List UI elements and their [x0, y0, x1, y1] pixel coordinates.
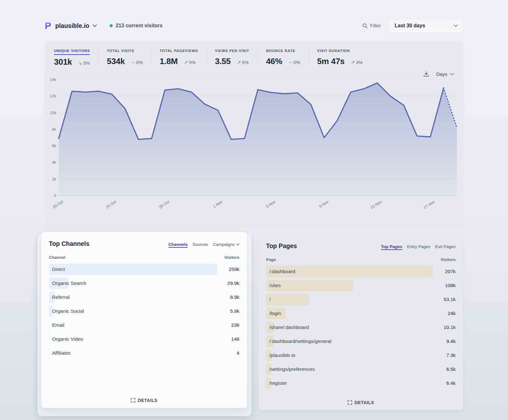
row-value: 108k	[445, 283, 456, 288]
trend-up-icon: ↗	[237, 60, 241, 65]
date-range-value: Last 30 days	[395, 23, 425, 29]
svg-text:5 Nov: 5 Nov	[265, 199, 277, 209]
date-range-select[interactable]: Last 30 days	[389, 19, 463, 33]
row-value: 53.1k	[444, 297, 456, 302]
export-button[interactable]	[423, 71, 429, 77]
filter-button[interactable]: Filter	[362, 23, 381, 29]
tab-channels[interactable]: Channels	[168, 242, 188, 247]
table-row[interactable]: Organic Social5.9k	[49, 304, 239, 318]
current-visitors[interactable]: 213 current visitors	[110, 23, 163, 29]
trend-up-icon: ↗	[184, 60, 188, 65]
table-row[interactable]: Organic Video148	[49, 332, 239, 346]
table-row[interactable]: Referral8.9k	[49, 290, 239, 304]
stat-bounce-rate[interactable]: BOUNCE RATE46%∼0%	[266, 48, 309, 66]
stat-value: 5m 47s	[317, 56, 345, 66]
tab-top-pages[interactable]: Top Pages	[381, 244, 402, 249]
row-label: /settings/preferences	[266, 366, 315, 372]
stat-total-visits[interactable]: TOTAL VISITS534k∼0%	[107, 48, 151, 66]
interval-select[interactable]: Days	[436, 71, 454, 77]
table-row[interactable]: /sites108k	[266, 279, 456, 292]
expand-icon	[131, 398, 135, 403]
table-row[interactable]: /53.1k	[266, 292, 456, 306]
site-switcher[interactable]: plausible.io	[55, 22, 97, 30]
stat-unique-visitors[interactable]: UNIQUE VISITORS301k↘5%	[54, 48, 98, 67]
tab-campaigns[interactable]: Campaigns	[213, 242, 239, 247]
table-row[interactable]: /:dashboard/settings/general9.4k	[266, 334, 456, 348]
row-label: Referral	[49, 294, 70, 300]
column-header-key: Page	[266, 257, 276, 262]
plausible-logo-icon: P	[45, 21, 51, 30]
table-row[interactable]: /:dashboard207k	[266, 265, 456, 279]
search-icon	[362, 23, 368, 29]
details-label: DETAILS	[355, 400, 374, 405]
table-row[interactable]: Direct259k	[49, 262, 239, 276]
row-label: /sites	[266, 283, 281, 288]
stat-change: ↗5%	[237, 60, 249, 65]
row-value: 9.4k	[446, 338, 456, 344]
stat-views-per-visit[interactable]: VIEWS PER VISIT3.55↗5%	[215, 48, 257, 66]
divider	[151, 48, 151, 65]
current-visitors-label: 213 current visitors	[116, 23, 163, 29]
table-row[interactable]: /plausible.io7.3k	[266, 348, 456, 362]
divider	[206, 48, 207, 65]
visitors-graph-card: UNIQUE VISITORS301k↘5%TOTAL VISITS534k∼0…	[45, 41, 463, 226]
divider	[98, 48, 98, 65]
chevron-down-icon	[454, 24, 458, 27]
row-value: 4	[237, 350, 239, 356]
tab-exit-pages[interactable]: Exit Pages	[435, 244, 456, 249]
stat-label: UNIQUE VISITORS	[54, 49, 90, 55]
chevron-down-icon	[236, 243, 239, 246]
table-row[interactable]: /settings/preferences6.5k	[266, 362, 456, 376]
stat-change: ∼0%	[131, 60, 143, 65]
row-label: Direct	[49, 266, 65, 272]
top-bar: P plausible.io 213 current visitors Filt…	[45, 18, 463, 33]
top-channels-panel: Top Channels ChannelsSourcesCampaigns Ch…	[41, 232, 247, 408]
table-row[interactable]: Organic Search29.9k	[49, 276, 239, 290]
column-header-value: Visitors	[441, 257, 456, 262]
row-label: /register	[266, 380, 287, 386]
row-value: 5.9k	[230, 308, 239, 314]
panel-title: Top Channels	[49, 240, 89, 247]
stat-total-pageviews[interactable]: TOTAL PAGEVIEWS1.8M↗5%	[160, 48, 206, 66]
trend-down-icon: ↘	[78, 60, 83, 66]
table-row[interactable]: Affiliates4	[49, 346, 239, 360]
table-row[interactable]: Email236	[49, 318, 239, 332]
svg-text:0: 0	[54, 194, 56, 198]
trend-flat-icon: ∼	[289, 60, 293, 65]
svg-text:17 Nov: 17 Nov	[423, 199, 436, 210]
tab-entry-pages[interactable]: Entry Pages	[407, 244, 431, 249]
table-row[interactable]: /share/:dashboard10.1k	[266, 320, 456, 334]
details-button[interactable]: DETAILS	[131, 398, 157, 403]
details-button[interactable]: DETAILS	[348, 400, 374, 405]
stat-value: 1.8M	[160, 56, 178, 66]
area-chart: 02k4k6k8k10k12k14k20 Oct24 Oct28 Oct1 No…	[49, 77, 459, 215]
row-label: Organic Video	[49, 336, 83, 342]
svg-text:4k: 4k	[52, 160, 57, 165]
column-header-value: Visitors	[224, 255, 239, 260]
stat-visit-duration[interactable]: VISIT DURATION5m 47s↗3%	[317, 48, 371, 66]
svg-text:24 Oct: 24 Oct	[105, 199, 117, 209]
svg-text:2k: 2k	[52, 177, 57, 181]
row-value: 259k	[229, 266, 239, 272]
divider	[309, 48, 309, 65]
chevron-down-icon	[450, 73, 454, 75]
stat-change: ∼0%	[289, 60, 300, 65]
dashboard-page: P plausible.io 213 current visitors Filt…	[45, 0, 463, 410]
channels-table: Direct259kOrganic Search29.9kReferral8.9…	[49, 262, 239, 360]
row-label: Organic Social	[49, 308, 84, 314]
row-value: 6.4k	[446, 380, 456, 386]
row-value: 207k	[445, 269, 456, 274]
svg-text:12k: 12k	[50, 94, 57, 98]
table-row[interactable]: /login24k	[266, 306, 456, 320]
table-row[interactable]: /register6.4k	[266, 376, 456, 390]
row-value: 6.5k	[446, 366, 456, 372]
visitors-chart: 02k4k6k8k10k12k14k20 Oct24 Oct28 Oct1 No…	[49, 77, 459, 216]
stat-label: TOTAL PAGEVIEWS	[160, 49, 198, 54]
row-label: /:dashboard/settings/general	[266, 338, 331, 344]
row-label: /:dashboard	[266, 269, 295, 274]
channels-tabs: ChannelsSourcesCampaigns	[168, 242, 239, 247]
filter-label: Filter	[370, 23, 381, 29]
row-value: 8.9k	[230, 294, 239, 300]
row-label: /login	[266, 311, 281, 316]
tab-sources[interactable]: Sources	[192, 242, 208, 247]
